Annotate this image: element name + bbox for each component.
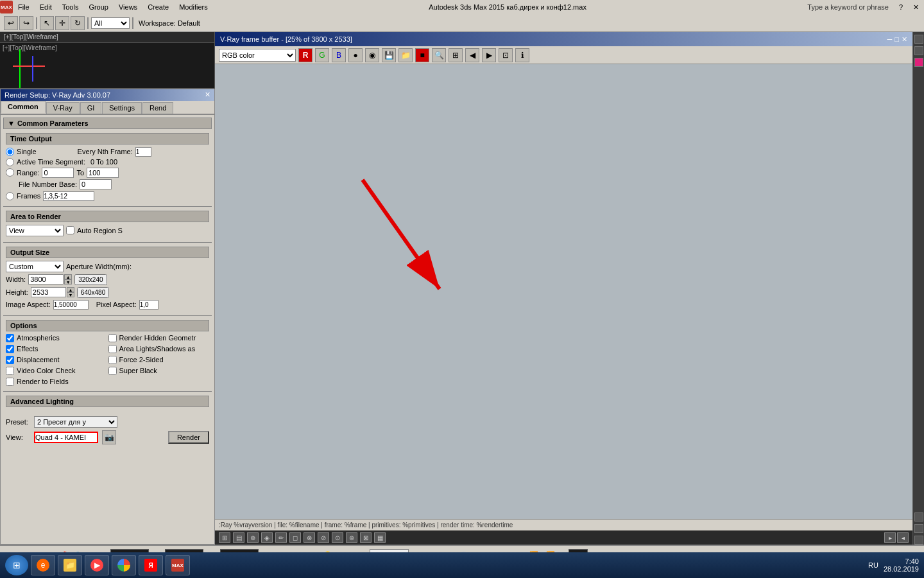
advanced-lighting-header[interactable]: Advanced Lighting [6, 396, 209, 407]
viewport-area[interactable]: [+][Top][Wireframe] [0, 43, 214, 89]
view-input[interactable] [34, 432, 98, 443]
tab-vray[interactable]: V-Ray [46, 102, 80, 114]
undo-btn[interactable]: ↩ [4, 16, 18, 30]
move-btn[interactable]: ✛ [55, 16, 69, 30]
tab-gi[interactable]: GI [80, 102, 102, 114]
vfb-g-btn[interactable]: G [315, 48, 329, 62]
search-input[interactable]: Type a keyword or phrase [802, 3, 894, 11]
res-320-btn[interactable]: 320x240 [74, 274, 107, 285]
every-nth-input[interactable] [135, 147, 151, 157]
vfb-hist-btn[interactable]: ⊡ [499, 48, 513, 62]
tab-settings[interactable]: Settings [102, 102, 142, 114]
vfb-bb-btn4[interactable]: ◈ [261, 532, 273, 543]
vfb-zoom-btn[interactable]: 🔍 [432, 48, 446, 62]
vfb-next-btn[interactable]: ▶ [482, 48, 496, 62]
output-size-preset-select[interactable]: Custom [6, 261, 64, 272]
taskbar-folder[interactable]: 📁 [58, 555, 82, 575]
taskbar-explorer[interactable]: e [31, 555, 55, 575]
force-2sided-check[interactable] [108, 356, 117, 364]
menu-create[interactable]: Create [142, 2, 174, 12]
vfb-bb-btn10[interactable]: ⊛ [346, 532, 357, 543]
height-spinner-btn[interactable]: ▲▼ [67, 287, 74, 297]
close-btn[interactable]: ✕ [908, 2, 924, 13]
vfb-prev-btn[interactable]: ◀ [465, 48, 479, 62]
vfb-r-btn[interactable]: R [298, 48, 312, 62]
taskbar-chrome[interactable] [112, 555, 136, 575]
filter-select[interactable]: All [91, 17, 130, 29]
section-common-params[interactable]: ▼ Common Parameters [3, 118, 212, 129]
render-button[interactable]: Render [168, 431, 209, 444]
output-size-header[interactable]: Output Size [6, 247, 209, 258]
menu-tools[interactable]: Tools [57, 2, 84, 12]
atmospherics-check[interactable] [6, 334, 14, 342]
vfb-minimize-btn[interactable]: ─ [887, 35, 893, 44]
render-hidden-check[interactable] [108, 334, 117, 342]
vfb-right-btn2[interactable]: ◂ [897, 532, 909, 543]
vfb-bb-btn11[interactable]: ⊠ [360, 532, 372, 543]
vfb-stop-btn[interactable]: ■ [415, 48, 429, 62]
preset-select[interactable]: 2 Пресет для у [34, 416, 117, 428]
vfb-bb-btn3[interactable]: ⊕ [247, 532, 259, 543]
image-aspect-input[interactable] [53, 300, 89, 310]
right-strip-bottom2[interactable] [914, 524, 923, 533]
width-input[interactable] [28, 274, 64, 285]
res-640-btn[interactable]: 640x480 [77, 287, 109, 298]
right-strip-bottom3[interactable] [914, 536, 923, 545]
displacement-check[interactable] [6, 356, 14, 364]
select-btn[interactable]: ↖ [40, 16, 54, 30]
area-lights-check[interactable] [108, 345, 117, 353]
taskbar-3dsmax[interactable]: MAX [166, 555, 190, 575]
radio-single[interactable] [6, 148, 14, 156]
super-black-check[interactable] [108, 367, 117, 375]
taskbar-yandex[interactable]: Я [139, 555, 163, 575]
vfb-circle2-btn[interactable]: ◉ [365, 48, 379, 62]
pixel-aspect-input[interactable] [139, 300, 158, 310]
area-to-render-header[interactable]: Area to Render [6, 211, 209, 222]
vfb-circle-btn[interactable]: ● [348, 48, 363, 62]
vfb-maximize-btn[interactable]: □ [894, 35, 899, 44]
range-from-input[interactable] [42, 168, 74, 178]
radio-range[interactable] [6, 168, 14, 177]
radio-active[interactable] [6, 158, 14, 166]
menu-views[interactable]: Views [114, 2, 142, 12]
video-color-check[interactable] [6, 367, 14, 375]
vfb-save-btn[interactable]: 💾 [382, 48, 396, 62]
vfb-b-btn[interactable]: B [332, 48, 346, 62]
menu-edit[interactable]: Edit [35, 2, 57, 12]
vfb-color-mode-select[interactable]: RGB color [219, 49, 296, 62]
auto-region-check[interactable] [66, 226, 74, 234]
taskbar-media[interactable]: ▶ [85, 555, 109, 575]
frames-input[interactable] [43, 191, 94, 201]
tab-common[interactable]: Common [1, 101, 46, 114]
menu-group[interactable]: Group [83, 2, 114, 12]
vfb-zoom2-btn[interactable]: ⊞ [449, 48, 463, 62]
area-render-select[interactable]: View [6, 225, 64, 236]
redo-btn[interactable]: ↪ [19, 16, 33, 30]
vfb-bb-btn2[interactable]: ▤ [233, 532, 244, 543]
right-strip-btn2[interactable] [914, 46, 923, 55]
radio-frames[interactable] [6, 192, 14, 200]
vfb-bb-btn9[interactable]: ⊙ [332, 532, 343, 543]
vfb-folder-btn[interactable]: 📁 [398, 48, 413, 62]
vfb-bb-btn6[interactable]: ◻ [289, 532, 301, 543]
time-output-header[interactable]: Time Output [6, 133, 209, 144]
options-header[interactable]: Options [6, 320, 209, 331]
start-button[interactable]: ⊞ [5, 555, 28, 575]
vfb-bb-btn5[interactable]: ✏ [275, 532, 287, 543]
vfb-bb-btn8[interactable]: ⊘ [318, 532, 329, 543]
right-strip-btn1[interactable] [914, 35, 923, 44]
file-number-base-input[interactable] [80, 179, 112, 189]
vfb-right-btn1[interactable]: ▸ [884, 532, 896, 543]
vfb-bb-btn7[interactable]: ⊗ [304, 532, 315, 543]
menu-modifiers[interactable]: Modifiers [174, 2, 213, 12]
rs-close-btn[interactable]: ✕ [205, 91, 210, 99]
rotate-btn[interactable]: ↻ [71, 16, 85, 30]
tab-rend[interactable]: Rend [142, 102, 173, 114]
range-to-input[interactable] [87, 168, 119, 178]
height-input[interactable] [31, 287, 66, 297]
vfb-bb-btn1[interactable]: ⊞ [219, 532, 230, 543]
vfb-close-btn[interactable]: ✕ [902, 35, 907, 44]
help-btn[interactable]: ? [894, 2, 908, 12]
vfb-bb-btn12[interactable]: ▦ [374, 532, 386, 543]
effects-check[interactable] [6, 345, 14, 353]
